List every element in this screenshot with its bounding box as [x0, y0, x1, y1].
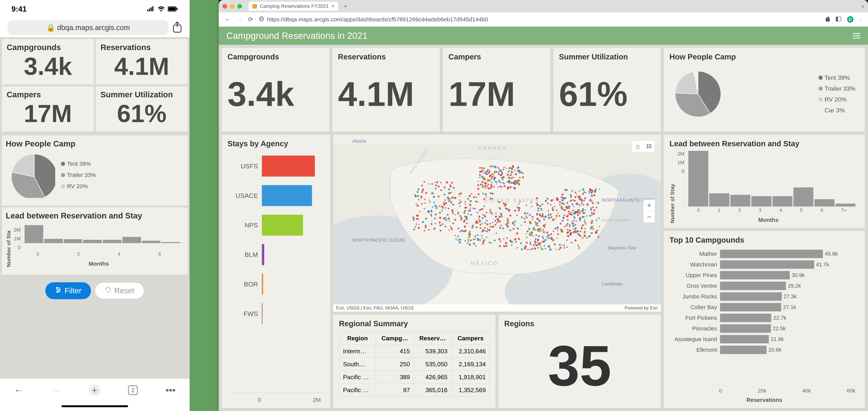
svg-point-150	[474, 238, 476, 240]
svg-point-257	[425, 202, 426, 204]
svg-point-792	[504, 185, 506, 187]
table-row[interactable]: South…250535,0502,169,134	[339, 358, 490, 371]
svg-point-533	[502, 182, 504, 184]
regional-summary-table[interactable]: RegionCampg…Reserv…Campers Interm…415539…	[339, 332, 490, 397]
svg-point-630	[509, 175, 511, 176]
table-row[interactable]: Interm…415539,3032,310,646	[339, 345, 490, 358]
svg-point-822	[521, 216, 523, 218]
svg-point-605	[485, 171, 486, 172]
reload-icon[interactable]: ⟳	[248, 16, 253, 23]
back-icon[interactable]: ←	[14, 385, 23, 396]
map-home-icon[interactable]: ⌂	[632, 141, 643, 152]
url-field[interactable]: https://dbqa.maps.arcgis.com/apps/dashbo…	[259, 16, 818, 23]
card-title: Summer Utilization	[100, 90, 183, 99]
table-row[interactable]: Pacific …97365,0161,352,569	[339, 384, 490, 397]
svg-point-849	[508, 209, 510, 211]
more-icon[interactable]: •••	[165, 385, 176, 396]
svg-point-564	[505, 203, 507, 206]
extensions-icon[interactable]	[824, 16, 830, 23]
svg-point-563	[459, 241, 461, 243]
filter-button[interactable]: Filter	[45, 282, 91, 299]
forward-icon[interactable]: →	[236, 16, 242, 23]
svg-point-424	[558, 215, 560, 217]
tabs-icon[interactable]: 2	[128, 385, 137, 395]
svg-point-538	[593, 209, 595, 211]
svg-point-562	[547, 198, 549, 200]
svg-point-163	[557, 213, 558, 214]
map-attribution: Esri, USGS | Esri, FAO, NOAA, USGS Power…	[333, 304, 661, 312]
svg-point-537	[582, 224, 584, 227]
svg-point-377	[579, 204, 580, 206]
agency-bar-row: USACE	[231, 185, 321, 206]
svg-point-632	[439, 212, 441, 214]
svg-point-618	[553, 231, 554, 232]
hamburger-icon[interactable]	[853, 33, 860, 38]
svg-point-445	[598, 217, 600, 219]
map-legend-icon[interactable]	[643, 141, 655, 152]
svg-point-621	[516, 182, 517, 183]
kebab-icon[interactable]: ⋮	[859, 18, 862, 21]
svg-point-642	[568, 236, 569, 237]
svg-point-157	[525, 215, 527, 217]
svg-point-531	[489, 223, 491, 225]
svg-point-787	[526, 233, 527, 234]
svg-point-291	[500, 214, 502, 215]
svg-point-785	[490, 187, 492, 189]
tab-favicon	[252, 4, 257, 8]
zoom-out-icon[interactable]: −	[643, 211, 655, 223]
svg-point-268	[559, 247, 562, 249]
svg-point-807	[499, 174, 501, 176]
forward-icon[interactable]: →	[52, 385, 61, 396]
svg-point-774	[552, 219, 554, 221]
svg-point-356	[550, 214, 552, 215]
side-panel-icon[interactable]	[836, 16, 841, 23]
mobile-campers-card: Campers 17M	[2, 86, 94, 131]
new-tab-button[interactable]: +	[344, 3, 347, 9]
svg-point-452	[537, 247, 539, 249]
back-icon[interactable]: ←	[224, 16, 230, 23]
svg-point-426	[486, 230, 488, 232]
tab-close-icon[interactable]: ×	[332, 3, 334, 9]
new-tab-icon[interactable]: +	[89, 384, 100, 396]
svg-point-628	[424, 199, 426, 200]
svg-point-500	[565, 189, 568, 191]
svg-point-842	[543, 216, 545, 218]
svg-point-720	[434, 217, 436, 219]
svg-point-246	[431, 221, 432, 222]
table-row[interactable]: Pacific …389426,9651,918,901	[339, 371, 490, 384]
map-card[interactable]: CANADA UNITED STATES MEXICO Alaska NORTH…	[333, 135, 661, 312]
svg-point-698	[481, 181, 482, 183]
share-icon[interactable]	[173, 22, 182, 34]
svg-point-853	[556, 199, 558, 201]
top10-xaxis: 020k40k60k	[670, 386, 859, 394]
window-maximize-button[interactable]	[237, 4, 242, 8]
mobile-lead-xlabel: Months	[14, 258, 184, 267]
svg-point-890	[496, 183, 497, 184]
zoom-in-icon[interactable]: +	[643, 200, 655, 211]
svg-point-824	[580, 231, 581, 232]
svg-point-32	[541, 203, 543, 205]
mobile-url-field[interactable]: 🔒 dbqa.maps.arcgis.com	[8, 20, 169, 35]
legend-item: Trailer 33%	[61, 172, 96, 178]
svg-point-189	[507, 220, 509, 222]
svg-point-217	[482, 214, 484, 215]
svg-point-433	[415, 224, 417, 225]
window-minimize-button[interactable]	[230, 4, 235, 8]
browser-tab[interactable]: Camping Reservations FY2021 ×	[249, 2, 338, 11]
svg-point-236	[510, 177, 513, 179]
reset-button[interactable]: Reset	[95, 282, 144, 299]
svg-point-497	[460, 201, 462, 203]
svg-point-715	[574, 224, 576, 226]
window-close-button[interactable]	[222, 4, 227, 8]
svg-point-781	[532, 219, 533, 221]
svg-point-85	[591, 195, 593, 197]
svg-point-751	[573, 220, 575, 221]
svg-point-761	[468, 233, 470, 235]
svg-point-164	[526, 205, 527, 206]
avatar[interactable]: D	[847, 16, 854, 23]
chevron-down-icon[interactable]: ⅴ	[862, 4, 864, 9]
svg-point-614	[507, 188, 508, 189]
legend-item: Tent 39%	[61, 160, 96, 167]
svg-point-532	[473, 208, 474, 209]
mobile-pie-chart	[9, 152, 55, 198]
